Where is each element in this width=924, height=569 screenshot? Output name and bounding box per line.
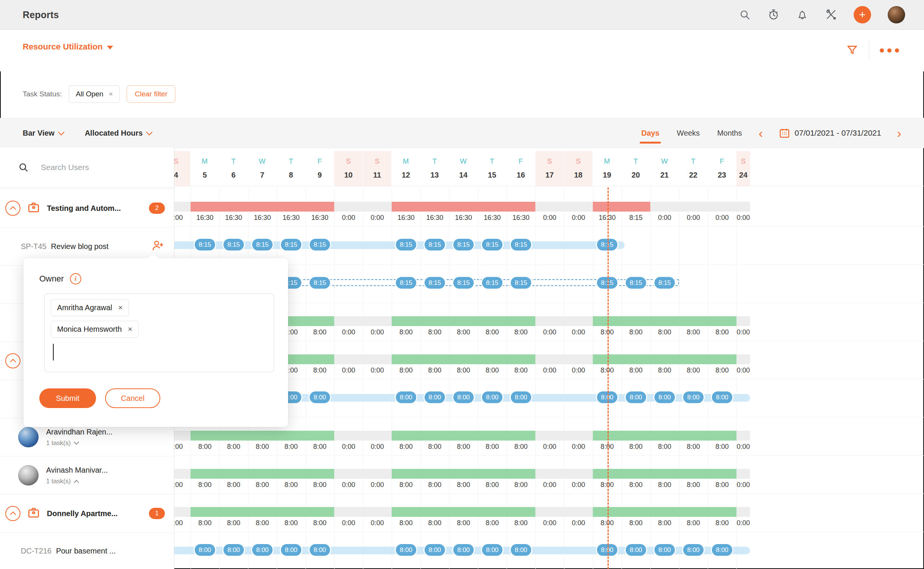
sidebar-task-row[interactable]: DC-T216Pour basement ... [0, 532, 174, 569]
user-avatar[interactable] [888, 6, 905, 23]
allocation-pill[interactable]: 8:15 [425, 239, 445, 250]
grid-cell-value: 8:00 [449, 481, 478, 489]
allocation-pill[interactable]: 8:00 [223, 544, 244, 556]
timer-icon[interactable] [767, 9, 780, 21]
clear-filter-button[interactable]: Clear filter [127, 85, 175, 103]
allocation-pill[interactable]: 8:00 [453, 544, 474, 556]
allocation-pill[interactable]: 8:15 [511, 277, 531, 289]
allocation-pill[interactable]: 8:00 [453, 391, 474, 403]
bell-icon[interactable] [796, 9, 808, 21]
allocation-strip-segment [507, 202, 535, 212]
info-icon[interactable]: i [70, 273, 81, 284]
allocation-pill[interactable]: 8:00 [425, 544, 445, 556]
allocation-pill[interactable]: 8:00 [195, 544, 215, 556]
allocation-pill[interactable]: 8:00 [281, 544, 301, 556]
view-mode-dropdown[interactable]: Bar View [23, 129, 64, 138]
submit-button[interactable]: Submit [39, 388, 96, 408]
allocation-pill[interactable]: 8:00 [683, 544, 704, 556]
allocation-pill[interactable]: 8:15 [453, 277, 474, 289]
allocation-pill[interactable]: 8:00 [482, 391, 502, 403]
allocation-pill[interactable]: 8:15 [453, 239, 474, 250]
grid-cell-value: 0:00 [736, 519, 750, 527]
grid-cell-value: 8:00 [650, 481, 679, 489]
allocation-pill[interactable]: 8:15 [511, 239, 531, 250]
grid-cell-value: 8:00 [679, 481, 708, 489]
add-button[interactable]: + [854, 6, 871, 23]
allocation-pill[interactable]: 8:15 [425, 277, 445, 289]
grid-cell-value: 0:00 [736, 214, 750, 222]
allocation-pill[interactable]: 8:15 [482, 277, 502, 289]
allocation-pill[interactable]: 8:00 [626, 391, 646, 403]
report-title-dropdown[interactable]: Resource Utilization [23, 42, 113, 52]
collapse-group-icon[interactable] [5, 353, 20, 368]
search-users-field[interactable]: Search Users [0, 147, 174, 188]
owner-label: Owner [39, 274, 64, 284]
allocation-pill[interactable]: 8:00 [310, 544, 330, 556]
allocation-pill[interactable]: 8:15 [281, 239, 301, 250]
user-task-count[interactable]: 1 task(s) [46, 478, 108, 485]
metric-dropdown[interactable]: Allocated Hours [85, 129, 152, 138]
sidebar-user-row[interactable]: Avinash Manivar...1 task(s) [0, 456, 174, 494]
allocation-pill[interactable]: 8:00 [654, 391, 675, 403]
allocation-pill[interactable]: 8:15 [195, 239, 215, 250]
tab-months[interactable]: Months [716, 120, 743, 147]
allocation-pill[interactable]: 8:00 [482, 544, 502, 556]
allocation-pill[interactable]: 8:00 [597, 391, 617, 403]
allocation-pill[interactable]: 8:15 [597, 277, 617, 289]
allocation-pill[interactable]: 8:15 [252, 239, 273, 250]
more-options-icon[interactable] [880, 48, 899, 53]
allocation-pill[interactable]: 8:00 [310, 391, 330, 403]
sidebar-group-row[interactable]: Donnelly Apartme...1 [0, 494, 174, 532]
allocation-pill[interactable]: 8:15 [223, 239, 244, 250]
allocation-pill[interactable]: 8:00 [654, 544, 675, 556]
allocation-strip-segment [449, 507, 478, 517]
chip-close-icon[interactable]: × [128, 325, 132, 334]
collapse-group-icon[interactable] [5, 506, 20, 521]
allocation-strip-segment [248, 507, 277, 517]
allocation-pill[interactable]: 8:00 [396, 391, 416, 403]
grid-cell-value: 0:00 [736, 328, 750, 336]
cancel-button[interactable]: Cancel [105, 388, 160, 408]
allocation-pill[interactable]: 8:15 [626, 277, 646, 289]
allocation-pill[interactable]: 8:00 [511, 391, 531, 403]
tab-weeks[interactable]: Weeks [676, 120, 701, 147]
prev-period-chevron[interactable]: ‹ [758, 127, 763, 139]
day-letter: F [507, 157, 535, 165]
next-period-chevron[interactable]: › [897, 127, 901, 139]
tab-days[interactable]: Days [640, 120, 660, 147]
day-letter: M [191, 157, 219, 165]
owner-input[interactable]: Amritha Agrawal×Monica Hemsworth× [44, 294, 274, 372]
allocation-pill[interactable]: 8:00 [683, 391, 704, 403]
chip-close-icon[interactable]: × [118, 303, 123, 312]
search-icon[interactable] [739, 9, 751, 21]
task-status-chip[interactable]: All Open × [69, 85, 120, 103]
collapse-group-icon[interactable] [5, 201, 20, 216]
allocation-pill[interactable]: 8:00 [511, 544, 531, 556]
allocation-pill[interactable]: 8:00 [252, 544, 273, 556]
date-range-picker[interactable]: 07/01/2021 - 07/31/2021 [779, 127, 881, 139]
user-task-count[interactable]: 1 task(s) [46, 439, 113, 447]
allocation-pill[interactable]: 8:15 [597, 239, 617, 250]
allocation-strip-segment [191, 431, 219, 441]
sidebar-group-row[interactable]: Testing and Autom...2 [0, 189, 174, 227]
allocation-pill[interactable]: 8:00 [626, 544, 646, 556]
allocation-pill[interactable]: 8:00 [597, 544, 617, 556]
allocation-pill[interactable]: 8:00 [712, 391, 732, 403]
allocation-pill[interactable]: 8:15 [482, 239, 502, 250]
allocation-pill[interactable]: 8:15 [396, 277, 416, 289]
grid-cell-value: 8:00 [507, 481, 535, 489]
tools-icon[interactable] [825, 9, 837, 21]
allocation-pill[interactable]: 8:00 [712, 544, 732, 556]
allocation-pill[interactable]: 8:00 [396, 544, 416, 556]
owner-chip-name: Monica Hemsworth [57, 325, 122, 334]
allocation-pill[interactable]: 8:15 [310, 239, 330, 250]
divider [869, 40, 869, 60]
allocation-pill[interactable]: 8:00 [425, 391, 445, 403]
grid-cell-value: 8:00 [593, 366, 622, 374]
allocation-pill[interactable]: 8:15 [396, 239, 416, 250]
allocation-pill[interactable]: 8:15 [310, 277, 330, 289]
chip-close-icon[interactable]: × [109, 90, 113, 98]
filter-icon[interactable] [846, 44, 858, 56]
allocation-pill[interactable]: 8:15 [654, 277, 675, 289]
assign-user-icon[interactable] [151, 239, 164, 254]
